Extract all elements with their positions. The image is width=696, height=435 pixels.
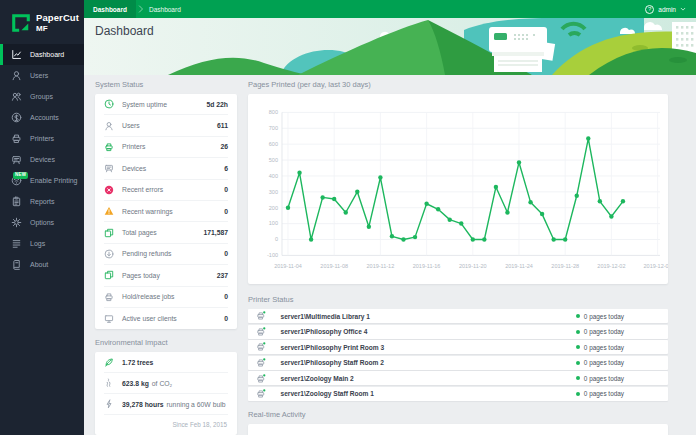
options-icon — [11, 217, 22, 228]
svg-text:500: 500 — [269, 157, 278, 163]
pages-printed-title: Pages Printed (per day, last 30 days) — [248, 80, 668, 89]
groups-icon — [11, 91, 22, 102]
printer-row[interactable]: server1\Philosophy Office 4 0 pages toda… — [248, 325, 668, 339]
sidebar-item-logs[interactable]: Logs — [0, 233, 84, 254]
status-row-total-pages: Total pages 171,587 — [104, 222, 228, 243]
printer-row[interactable]: server1\Philosophy Print Room 3 0 pages … — [248, 340, 668, 354]
printer-row[interactable]: server1\Zoology Staff Room 1 0 pages tod… — [248, 387, 668, 401]
sidebar-item-dashboard[interactable]: Dashboard — [0, 44, 84, 65]
status-value: 0 — [224, 315, 228, 322]
status-label: Recent errors — [122, 186, 163, 193]
page-title: Dashboard — [95, 24, 154, 38]
printer-name: server1\Philosophy Print Room 3 — [281, 344, 385, 351]
sidebar-item-label: Enable Printing — [30, 177, 77, 184]
env-text: 623.8 kgof CO₂ — [122, 380, 172, 387]
breadcrumb-current: Dashboard — [149, 6, 181, 13]
sidebar-item-label: About — [30, 261, 48, 268]
printer-name: server1\Multimedia Library 1 — [281, 313, 370, 320]
printer-status-icon — [256, 311, 266, 321]
co2-icon — [104, 378, 114, 388]
header-banner: Dashboard — [84, 18, 696, 75]
breadcrumb-chevron-icon — [138, 4, 144, 14]
right-column: Pages Printed (per day, last 30 days) 80… — [248, 80, 668, 435]
printer-row[interactable]: server1\Zoology Main 2 0 pages today — [248, 371, 668, 385]
sidebar-item-options[interactable]: Options — [0, 212, 84, 233]
sidebar-item-printers[interactable]: Printers — [0, 128, 84, 149]
sidebar-item-groups[interactable]: Groups — [0, 86, 84, 107]
printer-status-icon — [256, 358, 266, 368]
status-label: Hold/release jobs — [122, 293, 175, 300]
top-bar: Dashboard Dashboard ? admin — [84, 0, 696, 18]
svg-text:300: 300 — [269, 189, 278, 195]
breadcrumb-root[interactable]: Dashboard — [84, 0, 136, 18]
sidebar-item-about[interactable]: About — [0, 254, 84, 275]
status-dot — [576, 392, 580, 396]
env-row-trees: 1.72 trees — [104, 352, 228, 373]
user-menu[interactable]: ? admin — [645, 5, 696, 14]
status-row-errors: Recent errors 0 — [104, 180, 228, 201]
sidebar-nav: Dashboard Users Groups Accoun — [0, 44, 84, 275]
status-row-warnings: Recent warnings 0 — [104, 201, 228, 222]
refunds-icon — [104, 249, 114, 259]
status-label: Recent warnings — [122, 208, 173, 215]
svg-text:2019-11-12: 2019-11-12 — [367, 263, 395, 269]
new-badge: NEW — [13, 172, 28, 179]
svg-text:0: 0 — [275, 236, 278, 242]
hold-jobs-icon — [104, 292, 114, 302]
sidebar-item-enable-printing[interactable]: Enable Printing NEW — [0, 170, 84, 191]
papercut-logo-icon — [11, 13, 31, 33]
sidebar-item-devices[interactable]: Devices — [0, 149, 84, 170]
svg-text:200: 200 — [269, 205, 278, 211]
printer-row[interactable]: server1\Philosophy Staff Room 2 0 pages … — [248, 356, 668, 370]
status-dot — [576, 361, 580, 365]
sidebar-item-label: Users — [30, 72, 48, 79]
errors-icon — [104, 185, 114, 195]
status-row-pages-today: Pages today 237 — [104, 265, 228, 286]
printer-status-icon — [256, 389, 266, 399]
status-row-clients: Active user clients 0 — [104, 308, 228, 329]
status-row-refunds: Pending refunds 0 — [104, 244, 228, 265]
sidebar-item-label: Logs — [30, 240, 45, 247]
trees-icon — [104, 357, 114, 367]
status-label: System uptime — [122, 101, 167, 108]
printer-name: server1\Philosophy Office 4 — [281, 328, 368, 335]
sidebar-item-label: Groups — [30, 93, 53, 100]
status-row-hold-jobs: Hold/release jobs 0 — [104, 287, 228, 308]
users-icon — [11, 70, 22, 81]
sidebar: PaperCut MF Dashboard Users — [0, 0, 84, 435]
svg-text:100: 100 — [269, 220, 278, 226]
printer-pages-status: 0 pages today — [576, 344, 624, 351]
status-value: 237 — [217, 272, 228, 279]
sidebar-item-reports[interactable]: Reports — [0, 191, 84, 212]
svg-text:2019-11-16: 2019-11-16 — [413, 263, 441, 269]
printer-pages-status: 0 pages today — [576, 390, 624, 397]
help-icon[interactable]: ? — [645, 5, 654, 14]
svg-text:2019-12-02: 2019-12-02 — [597, 263, 625, 269]
status-value: 0 — [224, 293, 228, 300]
devices-icon — [104, 163, 114, 173]
left-column: System Status System uptime 5d 22h Users… — [95, 80, 237, 435]
printer-row[interactable]: server1\Multimedia Library 1 0 pages tod… — [248, 309, 668, 323]
sidebar-item-accounts[interactable]: Accounts — [0, 107, 84, 128]
logs-icon — [11, 238, 22, 249]
papercut-logo-text: PaperCut MF — [36, 13, 79, 33]
total-pages-icon — [104, 228, 114, 238]
printers-icon — [11, 133, 22, 144]
sidebar-item-label: Accounts — [30, 114, 59, 121]
printers-icon — [104, 142, 114, 152]
env-text: 1.72 trees — [122, 359, 156, 366]
since-date: Since Feb 18, 2015 — [104, 415, 228, 435]
user-name: admin — [658, 6, 676, 13]
status-value: 5d 22h — [206, 101, 228, 108]
status-value: 26 — [220, 143, 228, 150]
sidebar-item-users[interactable]: Users — [0, 65, 84, 86]
app-window: PaperCut MF Dashboard Users — [0, 0, 696, 435]
sidebar-item-label: Printers — [30, 135, 54, 142]
printer-pages-status: 0 pages today — [576, 375, 624, 382]
realtime-activity-card — [248, 424, 668, 435]
printer-pages-status: 0 pages today — [576, 313, 624, 320]
status-row-devices: Devices 6 — [104, 158, 228, 179]
environmental-rows: 1.72 trees 623.8 kgof CO₂ 39,278 hoursru… — [104, 352, 228, 415]
papercut-logo[interactable]: PaperCut MF — [0, 0, 84, 44]
devices-icon — [11, 154, 22, 165]
